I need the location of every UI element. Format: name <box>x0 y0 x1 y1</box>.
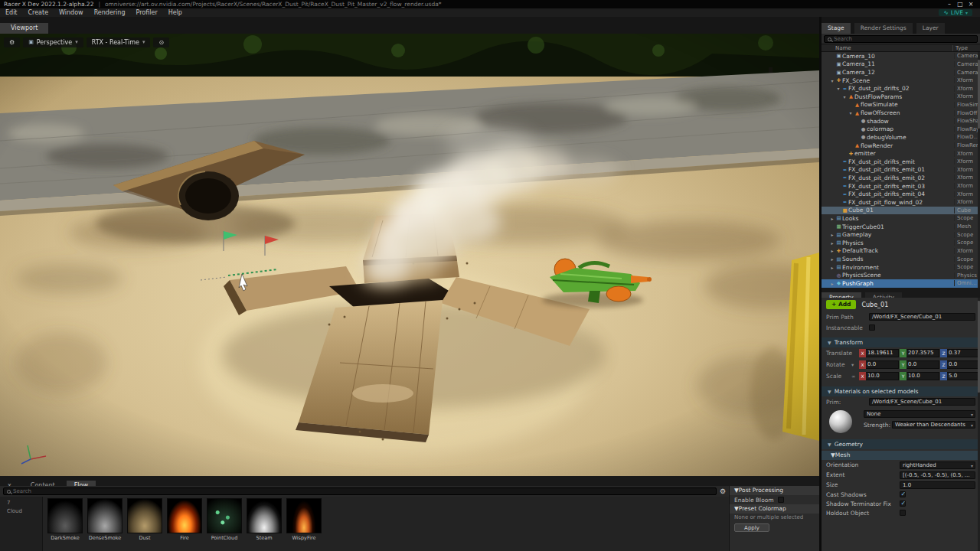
renderer-select[interactable]: RTX - Real-Time ▾ <box>87 37 151 47</box>
stage-tree-row[interactable]: ◎ PhysicsScene Physics <box>822 271 980 279</box>
tab-render-settings[interactable]: Render Settings <box>854 23 913 34</box>
stage-tree-row[interactable]: ▾ ▲ flowOffscreen FlowOff <box>822 109 980 117</box>
expand-caret-icon[interactable]: ▾ <box>829 78 835 83</box>
flow-preset-steam[interactable]: Steam <box>245 498 283 551</box>
stage-tree-row[interactable]: ● shadow FlowSha <box>822 117 980 126</box>
flow-preset-dust[interactable]: Dust <box>126 498 164 551</box>
flow-preset-pointcloud[interactable]: PointCloud <box>205 498 243 551</box>
transform-field-translate-z[interactable]: Z0.37 <box>940 349 980 357</box>
flow-preset-wispyfire[interactable]: WispyFire <box>285 498 323 551</box>
stage-tree-row[interactable]: ≈ FX_dust_pit_drifts_emit_02 Xform <box>822 174 980 182</box>
column-type[interactable]: Type <box>952 45 980 51</box>
extent-field[interactable]: [(-0.5, -0.5, -0.5), (0.5, 0.5, 0.5)] <box>900 471 975 479</box>
expand-caret-icon[interactable]: ▸ <box>829 248 835 253</box>
flow-preset-darksmoke[interactable]: DarkSmoke <box>46 498 84 551</box>
stage-tree-row[interactable]: ● debugVolume FlowDeb <box>822 133 980 142</box>
orientation-select[interactable]: rightHanded <box>900 461 975 469</box>
expand-caret-icon[interactable]: ▸ <box>829 240 835 246</box>
stage-tree-row[interactable]: ≈ FX_dust_pit_drifts_emit_01 Xform <box>822 166 980 174</box>
prim-path-field[interactable]: /World/FX_Scene/Cube_01 <box>869 313 975 321</box>
transform-field-translate-y[interactable]: Y207.3575 <box>900 349 939 357</box>
expand-caret-icon[interactable]: ▾ <box>841 94 848 99</box>
apply-button[interactable]: Apply <box>734 523 769 532</box>
stage-tree-row[interactable]: ▸ ▤ Looks Scope <box>822 214 980 223</box>
shadow-terminator-checkbox[interactable] <box>900 500 906 507</box>
holdout-object-checkbox[interactable] <box>900 510 906 516</box>
transform-field-scale-x[interactable]: X10.0 <box>859 372 899 380</box>
stage-tree-row[interactable]: ▲ flowSimulate FlowSim <box>822 101 980 109</box>
tab-stage[interactable]: Stage <box>822 23 851 34</box>
browser-settings-button[interactable]: ⚙ <box>720 487 726 495</box>
material-preview-sphere[interactable] <box>829 410 852 433</box>
stage-tree-row[interactable]: ▸ ▤ Environment Scope <box>822 263 980 272</box>
stage-tree-row[interactable]: ▸ ▤ Gameplay Scope <box>822 230 980 239</box>
stage-tree-row[interactable]: ▣ Camera_10 Camera <box>822 52 980 60</box>
strength-select[interactable]: Weaker than Descendants <box>892 421 975 429</box>
expand-caret-icon[interactable]: ▾ <box>848 110 854 116</box>
viewport[interactable]: ⚙ ▣ Perspective ▾ RTX - Real-Time ▾ ⊙ <box>0 34 819 476</box>
column-name[interactable]: Name <box>822 45 952 51</box>
visibility-button[interactable]: ⊙ <box>153 37 169 47</box>
stage-tree-row[interactable]: ▲ flowRender FlowRen <box>822 142 980 150</box>
flow-preset-fire[interactable]: Fire <box>165 498 204 551</box>
tab-layer[interactable]: Layer <box>916 23 945 34</box>
transform-field-rotate-z[interactable]: Z0.0 <box>940 360 980 369</box>
menu-item-help[interactable]: Help <box>163 8 188 17</box>
browser-side-item[interactable]: Cloud <box>0 507 42 516</box>
expand-caret-icon[interactable]: ▸ <box>829 232 835 237</box>
stage-tree-row[interactable]: ▸ ✚ DefaultTrack Xform <box>822 247 980 256</box>
viewport-settings-button[interactable]: ⚙ <box>4 37 20 47</box>
stage-tree-row[interactable]: ≈ FX_dust_pit_drifts_emit Xform <box>822 158 980 166</box>
add-button[interactable]: + Add <box>826 300 856 309</box>
transform-field-rotate-y[interactable]: Y0.0 <box>900 360 939 369</box>
transform-field-scale-z[interactable]: Z5.0 <box>940 372 980 380</box>
stage-tree-row[interactable]: ▸ ▤ Physics Scope <box>822 239 980 247</box>
stage-tree-row[interactable]: ≈ FX_dust_pit_drifts_emit_03 Xform <box>822 182 980 191</box>
camera-select[interactable]: ▣ Perspective ▾ <box>23 37 83 47</box>
stage-tree-row[interactable]: ■ Cube_01 Cube <box>822 207 980 215</box>
menu-item-create[interactable]: Create <box>23 8 54 17</box>
expand-caret-icon[interactable]: ▸ <box>829 216 835 221</box>
flow-preset-densesmoke[interactable]: DenseSmoke <box>86 498 124 551</box>
stage-search-input[interactable]: Search <box>824 35 978 43</box>
transform-extra-icon[interactable]: ▾ <box>851 362 858 368</box>
menu-item-profiler[interactable]: Profiler <box>131 8 163 17</box>
menu-item-window[interactable]: Window <box>54 8 89 17</box>
transform-section-header[interactable]: ▼Transform <box>822 337 980 347</box>
material-select[interactable]: None <box>864 410 975 418</box>
enable-bloom-checkbox[interactable] <box>778 497 784 503</box>
mesh-section-header[interactable]: ▼Mesh <box>822 451 980 460</box>
cast-shadows-checkbox[interactable] <box>900 491 906 497</box>
stage-tree-row[interactable]: ≈ FX_dust_pit_flow_wind_02 Xform <box>822 198 980 207</box>
browser-side-item[interactable]: 7 <box>0 499 42 507</box>
expand-caret-icon[interactable]: ▸ <box>829 281 835 286</box>
stage-tree-row[interactable]: ▸ ◆ PushGraph OmniGraph <box>822 279 980 288</box>
materials-section-header[interactable]: ▼Materials on selected models <box>822 386 980 396</box>
geometry-section-header[interactable]: ▼Geometry <box>822 439 980 449</box>
menu-item-edit[interactable]: Edit <box>0 8 23 17</box>
stage-tree-row[interactable]: ▸ ▤ Sounds Scope <box>822 255 980 263</box>
post-processing-header[interactable]: ▼Post Processing <box>730 486 819 495</box>
stage-tree-row[interactable]: ▾ ✚ FX_Scene Xform <box>822 77 980 85</box>
stage-tree-row[interactable]: ▾ ▲ DustFlowParams Xform <box>822 93 980 101</box>
stage-tree-row[interactable]: ● colormap FlowRay <box>822 125 980 133</box>
preset-colormap-header[interactable]: ▼Preset Colormap <box>730 504 819 514</box>
menu-item-rendering[interactable]: Rendering <box>89 8 131 17</box>
transform-extra-icon[interactable]: ∞ <box>851 373 858 380</box>
transform-field-rotate-x[interactable]: X0.0 <box>859 360 899 369</box>
maximize-button[interactable]: □ <box>955 1 965 8</box>
size-field[interactable]: 1.0 <box>900 481 975 489</box>
viewport-canvas[interactable] <box>0 34 819 476</box>
stage-tree-row[interactable]: ▦ TriggerCube01 Mesh <box>822 223 980 231</box>
tab-viewport[interactable]: Viewport <box>0 23 48 34</box>
browser-search-input[interactable]: Search <box>3 487 717 495</box>
stage-tree-row[interactable]: ▣ Camera_12 Camera <box>822 68 980 77</box>
expand-caret-icon[interactable]: ▾ <box>835 86 841 91</box>
transform-field-translate-x[interactable]: X18.19611 <box>859 349 899 357</box>
expand-caret-icon[interactable]: ▸ <box>829 265 835 270</box>
stage-tree-row[interactable]: ▣ Camera_11 Camera <box>822 60 980 69</box>
stage-tree-row[interactable]: ≈ FX_dust_pit_drifts_emit_04 Xform <box>822 190 980 198</box>
expand-caret-icon[interactable]: ▸ <box>829 256 835 262</box>
close-button[interactable]: × <box>965 1 976 8</box>
live-session-button[interactable]: ∿ LIVE ▾ <box>939 9 972 16</box>
